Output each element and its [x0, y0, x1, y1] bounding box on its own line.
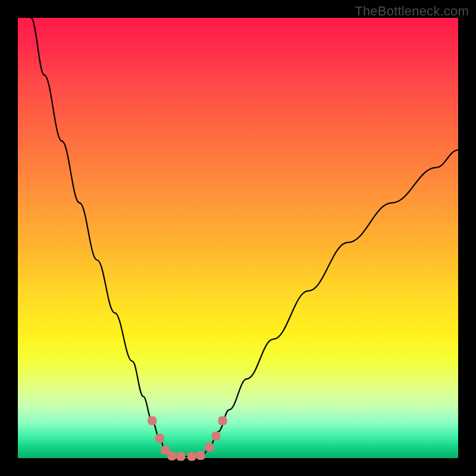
watermark-text: TheBottleneck.com — [355, 4, 469, 19]
right-curve — [203, 150, 458, 456]
marker-point — [212, 432, 220, 440]
chart-frame: TheBottleneck.com — [0, 0, 476, 476]
markers-group — [148, 416, 227, 461]
marker-point — [187, 452, 196, 461]
marker-point — [218, 416, 227, 425]
left-curve — [31, 18, 170, 456]
curves-svg — [18, 18, 458, 458]
marker-point — [168, 452, 176, 460]
marker-point — [177, 452, 185, 461]
marker-point — [148, 416, 156, 425]
marker-point — [205, 443, 214, 452]
marker-point — [155, 434, 164, 443]
marker-point — [196, 452, 205, 460]
plot-area — [18, 18, 458, 458]
